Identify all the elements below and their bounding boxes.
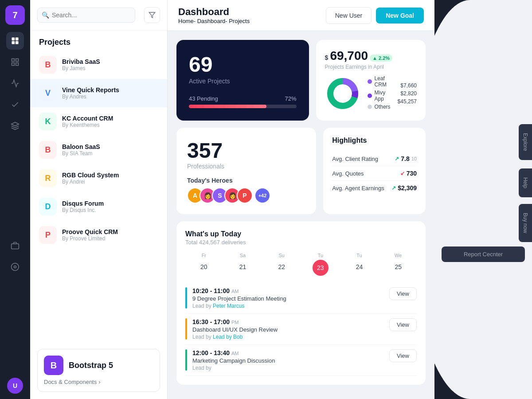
projects-title: Projects — [30, 31, 167, 51]
highlights-title: Highlights — [332, 137, 417, 145]
hero-avatar: P — [237, 188, 253, 203]
avatars-row: A👩S👩P+42 — [187, 188, 305, 203]
docs-link[interactable]: Docs & Components › — [44, 379, 153, 385]
svg-rect-6 — [12, 63, 15, 66]
card-professionals: 357 Professionals Today's Heroes A👩S👩P+4… — [176, 128, 316, 214]
project-item[interactable]: P Proove Quick CRM By Proove Limited — [30, 221, 167, 249]
legend-item: Mivy App — [368, 90, 391, 102]
card-highlights: Highlights Avg. Client Rating ↗ 7.8 10 A… — [323, 128, 426, 214]
sidebar-item-chart[interactable] — [6, 74, 24, 92]
day-item[interactable]: Tu24 — [341, 253, 378, 276]
legend-item: Leaf CRM — [368, 75, 391, 88]
dashboard-body: 69 Active Projects 43 Pending 72% $ — [168, 31, 434, 399]
svg-rect-5 — [16, 59, 19, 62]
sidebar-item-layers[interactable] — [6, 117, 24, 135]
projects-panel: 🔍 Projects B Briviba SaaS By James V Vin… — [30, 0, 168, 399]
header-left: Dashboard Home- Dashboard- Projects — [178, 6, 250, 24]
main-content: Dashboard Home- Dashboard- Projects New … — [168, 0, 434, 399]
pending-label: 43 Pending — [189, 95, 218, 102]
sidebar-item-check[interactable] — [6, 96, 24, 113]
day-item[interactable]: We25 — [379, 253, 417, 276]
view-button[interactable]: View — [389, 349, 417, 362]
project-item[interactable]: K KC Account CRM By Keenthemes — [30, 107, 167, 136]
search-input[interactable] — [37, 8, 135, 23]
project-item[interactable]: R RGB Cloud System By Andrei — [30, 164, 167, 192]
user-avatar-number[interactable]: 7 — [5, 5, 25, 25]
legend-values: $7,660$2,820$45,257 — [398, 82, 417, 105]
donut-row: Leaf CRMMivy AppOthers $7,660$2,820$45,2… — [325, 75, 417, 112]
bootstrap-icon: B — [44, 356, 63, 375]
heroes-section: Today's Heroes A👩S👩P+42 — [187, 177, 305, 203]
report-center-button[interactable]: Report Cecnter — [442, 246, 525, 262]
sidebar-item-extra[interactable] — [6, 258, 24, 276]
project-item[interactable]: V Vine Quick Reports By Andres — [30, 79, 167, 107]
sidebar-item-dashboard[interactable] — [6, 32, 24, 50]
highlight-row: Avg. Client Rating ↗ 7.8 10 — [332, 152, 417, 166]
svg-point-10 — [14, 266, 16, 268]
highlight-row: Avg. Quotes ↙ 730 — [332, 166, 417, 181]
new-user-button[interactable]: New User — [326, 7, 372, 24]
search-wrapper: 🔍 — [37, 8, 141, 23]
page-title: Dashboard — [178, 6, 250, 18]
event-lead-link[interactable]: Peter Marcus — [213, 303, 244, 309]
professionals-count: 357 — [187, 138, 305, 163]
active-projects-label: Active Projects — [189, 78, 297, 85]
day-item[interactable]: Tu23 — [302, 253, 339, 276]
sidebar-item-grid[interactable] — [6, 53, 24, 71]
project-item[interactable]: B Baloon SaaS By SIA Team — [30, 136, 167, 164]
search-icon: 🔍 — [42, 12, 49, 19]
calendar-title: What's up Today — [185, 230, 417, 238]
row-2: 357 Professionals Today's Heroes A👩S👩P+4… — [176, 128, 426, 214]
progress-pct: 72% — [285, 95, 297, 102]
sidebar: 7 U — [0, 0, 30, 399]
bottom-user-avatar[interactable]: U — [7, 378, 23, 394]
legend-value: $45,257 — [398, 98, 417, 105]
calendar-sub: Total 424,567 deliveries — [185, 239, 417, 246]
active-projects-count: 69 — [189, 52, 297, 77]
progress-bar-inner — [189, 105, 266, 108]
event-item: 12:00 - 13:40 AM Marketing Campaign Disc… — [185, 345, 417, 376]
project-item[interactable]: D Disqus Forum By Disqus Inc. — [30, 192, 167, 221]
search-bar: 🔍 — [30, 0, 167, 31]
legend-value: $2,820 — [398, 90, 417, 97]
events-list: 10:20 - 11:00 AM 9 Degree Project Estima… — [185, 283, 417, 376]
day-item[interactable]: Su22 — [263, 253, 300, 276]
projects-list: B Briviba SaaS By James V Vine Quick Rep… — [30, 51, 167, 249]
earnings-subtitle: Projects Earnings in April — [325, 64, 417, 70]
card-earnings: $ 69,700 ▲ 2.2% Projects Earnings in Apr… — [316, 40, 426, 121]
event-lead-link[interactable]: Lead by Bob — [213, 334, 243, 340]
svg-rect-9 — [12, 244, 19, 249]
legend-value: $7,660 — [398, 82, 417, 89]
earnings-badge: ▲ 2.2% — [370, 55, 392, 62]
event-item: 10:20 - 11:00 AM 9 Degree Project Estima… — [185, 283, 417, 314]
filter-button[interactable] — [144, 7, 160, 23]
days-row: Fr20Sa21Su22Tu23Tu24We25 — [185, 253, 417, 276]
bootstrap-label: Bootstrap 5 — [69, 361, 113, 370]
svg-rect-2 — [12, 41, 15, 44]
card-calendar: What's up Today Total 424,567 deliveries… — [176, 221, 426, 385]
right-panel: Report Cecnter Explore Help Buy now — [434, 0, 532, 399]
day-item[interactable]: Sa21 — [224, 253, 262, 276]
svg-rect-4 — [12, 59, 15, 62]
highlight-row: Avg. Agent Earnings ↗ $2,309 — [332, 181, 417, 195]
right-panel-content: Report Cecnter — [434, 0, 532, 399]
sidebar-item-briefcase[interactable] — [6, 237, 24, 254]
new-goal-button[interactable]: New Goal — [376, 8, 424, 23]
svg-rect-1 — [16, 38, 19, 41]
day-item[interactable]: Fr20 — [185, 253, 223, 276]
svg-rect-3 — [16, 41, 19, 44]
heroes-label: Today's Heroes — [187, 177, 305, 184]
project-item[interactable]: B Briviba SaaS By James — [30, 51, 167, 79]
legend: Leaf CRMMivy AppOthers — [368, 75, 391, 112]
pending-row: 43 Pending 72% — [189, 95, 297, 102]
row-1: 69 Active Projects 43 Pending 72% $ — [176, 40, 426, 121]
view-button[interactable]: View — [389, 318, 417, 331]
earning-amount: $ 69,700 ▲ 2.2% — [325, 49, 417, 63]
svg-rect-0 — [12, 38, 15, 41]
legend-item: Others — [368, 104, 391, 110]
view-button[interactable]: View — [389, 287, 417, 300]
header-right: New User New Goal — [326, 7, 424, 24]
progress-bar-outer — [189, 105, 297, 108]
currency-symbol: $ — [325, 54, 329, 61]
breadcrumb: Home- Dashboard- Projects — [178, 18, 250, 24]
